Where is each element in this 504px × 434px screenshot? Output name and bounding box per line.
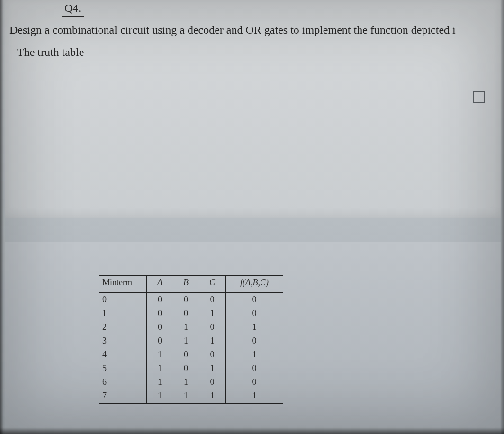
cell-c: 1 xyxy=(199,389,226,403)
cell-f: 0 xyxy=(226,362,283,375)
cell-a: 0 xyxy=(147,320,173,334)
cell-minterm: 5 xyxy=(99,362,147,375)
cell-b: 0 xyxy=(173,307,199,320)
cell-a: 0 xyxy=(147,334,173,348)
cell-b: 0 xyxy=(173,362,199,375)
table-row: 4 1 0 0 1 xyxy=(99,348,283,362)
cell-f: 0 xyxy=(226,307,283,320)
cell-minterm: 3 xyxy=(99,334,147,348)
question-number: Q4. xyxy=(62,2,84,17)
table-row: 5 1 0 1 0 xyxy=(99,362,283,375)
checkbox-icon xyxy=(473,91,485,103)
cell-a: 1 xyxy=(147,389,173,403)
table-row: 1 0 0 1 0 xyxy=(99,307,283,320)
truth-table: Minterm A B C f(A,B,C) 0 0 0 0 0 1 0 xyxy=(99,275,283,404)
cell-b: 1 xyxy=(173,375,199,389)
col-minterm: Minterm xyxy=(99,275,147,293)
cell-minterm: 6 xyxy=(99,375,147,389)
cell-c: 1 xyxy=(199,334,226,348)
cell-f: 1 xyxy=(226,389,283,403)
cell-a: 0 xyxy=(147,293,173,307)
col-f: f(A,B,C) xyxy=(226,275,283,293)
col-b: B xyxy=(173,275,199,293)
prompt-line: Design a combinational circuit using a d… xyxy=(9,24,456,36)
photo-edge xyxy=(0,0,4,434)
cell-b: 1 xyxy=(173,389,199,403)
cell-b: 0 xyxy=(173,293,199,307)
table-row: 0 0 0 0 0 xyxy=(99,293,283,307)
cell-a: 1 xyxy=(147,348,173,362)
cell-minterm: 4 xyxy=(99,348,147,362)
table-row: 2 0 1 0 1 xyxy=(99,320,283,334)
cell-c: 1 xyxy=(199,307,226,320)
table-row: 6 1 1 0 0 xyxy=(99,375,283,389)
cell-a: 0 xyxy=(147,307,173,320)
cell-f: 1 xyxy=(226,348,283,362)
col-a: A xyxy=(147,275,173,293)
cell-f: 0 xyxy=(226,334,283,348)
table-row: 7 1 1 1 1 xyxy=(99,389,283,403)
cell-b: 1 xyxy=(173,320,199,334)
page: Q4. Design a combinational circuit using… xyxy=(0,0,504,434)
table-header-row: Minterm A B C f(A,B,C) xyxy=(99,275,283,293)
cell-c: 0 xyxy=(199,348,226,362)
prompt-subhead: The truth table xyxy=(17,42,501,63)
cell-b: 0 xyxy=(173,348,199,362)
cell-f: 0 xyxy=(226,293,283,307)
photo-edge xyxy=(0,427,504,434)
col-c: C xyxy=(199,275,226,293)
cell-c: 1 xyxy=(199,362,226,375)
cell-c: 0 xyxy=(199,375,226,389)
question-prompt: Design a combinational circuit using a d… xyxy=(9,20,501,63)
cell-minterm: 0 xyxy=(99,293,147,307)
question-panel: Q4. Design a combinational circuit using… xyxy=(5,0,501,218)
cell-a: 1 xyxy=(147,362,173,375)
cell-minterm: 1 xyxy=(99,307,147,320)
cell-b: 1 xyxy=(173,334,199,348)
cell-a: 1 xyxy=(147,375,173,389)
photo-edge xyxy=(500,0,504,434)
cell-c: 0 xyxy=(199,320,226,334)
table-row: 3 0 1 1 0 xyxy=(99,334,283,348)
cell-minterm: 2 xyxy=(99,320,147,334)
cell-f: 1 xyxy=(226,320,283,334)
table-panel: Minterm A B C f(A,B,C) 0 0 0 0 0 1 0 xyxy=(5,242,501,434)
cell-c: 0 xyxy=(199,293,226,307)
cell-f: 0 xyxy=(226,375,283,389)
cell-minterm: 7 xyxy=(99,389,147,403)
